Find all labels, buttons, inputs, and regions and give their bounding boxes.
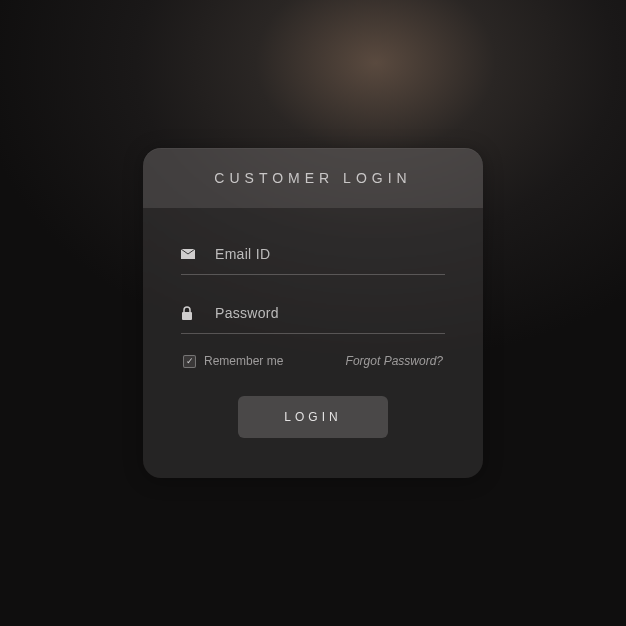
lock-icon xyxy=(181,306,203,320)
card-body: ✓ Remember me Forgot Password? LOGIN xyxy=(143,208,483,448)
email-field[interactable] xyxy=(203,246,445,262)
options-row: ✓ Remember me Forgot Password? xyxy=(181,354,445,368)
password-field-row xyxy=(181,295,445,334)
remember-me-label: Remember me xyxy=(204,354,283,368)
card-header: CUSTOMER LOGIN xyxy=(143,148,483,208)
email-field-row xyxy=(181,236,445,275)
remember-me-checkbox[interactable]: ✓ Remember me xyxy=(183,354,283,368)
password-field[interactable] xyxy=(203,305,445,321)
svg-rect-0 xyxy=(182,312,192,320)
check-icon: ✓ xyxy=(183,355,196,368)
page-title: CUSTOMER LOGIN xyxy=(143,170,483,186)
forgot-password-link[interactable]: Forgot Password? xyxy=(346,354,443,368)
login-card: CUSTOMER LOGIN ✓ Remember me Forgot Pass… xyxy=(143,148,483,478)
mail-icon xyxy=(181,249,203,259)
login-button[interactable]: LOGIN xyxy=(238,396,388,438)
